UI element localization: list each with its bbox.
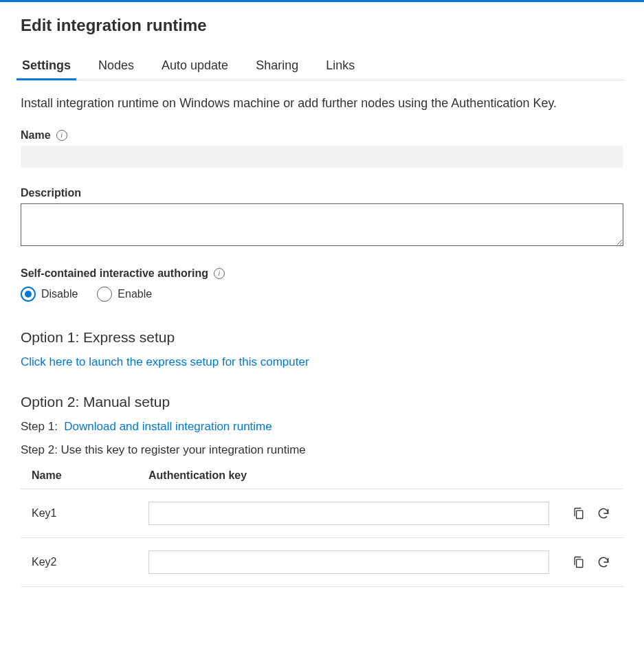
radio-enable[interactable]: Enable bbox=[97, 287, 152, 302]
option-2-heading: Option 2: Manual setup bbox=[21, 394, 623, 410]
step-1-label: Step 1: bbox=[21, 420, 58, 433]
copy-icon[interactable] bbox=[570, 504, 588, 522]
edit-integration-runtime-panel: Edit integration runtime Settings Nodes … bbox=[0, 0, 644, 632]
radio-circle-selected-icon bbox=[21, 287, 36, 302]
authoring-radio-group: Disable Enable bbox=[21, 287, 623, 302]
tab-settings[interactable]: Settings bbox=[21, 54, 72, 80]
name-label: Name bbox=[21, 129, 51, 142]
info-icon[interactable]: i bbox=[214, 268, 225, 279]
name-input[interactable] bbox=[21, 146, 623, 168]
tab-strip: Settings Nodes Auto update Sharing Links bbox=[21, 54, 623, 80]
copy-icon[interactable] bbox=[570, 553, 588, 571]
radio-circle-unselected-icon bbox=[97, 287, 112, 302]
authoring-label-row: Self-contained interactive authoring i bbox=[21, 267, 623, 280]
table-row: Key2 bbox=[21, 538, 623, 587]
svg-rect-0 bbox=[576, 510, 582, 518]
key-name-cell: Key2 bbox=[21, 538, 137, 587]
auth-key-input[interactable] bbox=[148, 502, 549, 525]
info-icon[interactable]: i bbox=[56, 130, 67, 141]
express-setup-link[interactable]: Click here to launch the express setup f… bbox=[21, 355, 309, 368]
step-1-line: Step 1: Download and install integration… bbox=[21, 420, 623, 434]
col-header-auth-key: Authentication key bbox=[137, 467, 555, 489]
name-label-row: Name i bbox=[21, 129, 623, 142]
auth-key-input[interactable] bbox=[148, 550, 549, 574]
tab-nodes[interactable]: Nodes bbox=[97, 54, 135, 80]
authoring-label: Self-contained interactive authoring bbox=[21, 267, 208, 280]
col-header-actions bbox=[555, 467, 623, 489]
col-header-name: Name bbox=[21, 467, 137, 489]
refresh-icon[interactable] bbox=[595, 504, 612, 522]
option-1-heading: Option 1: Express setup bbox=[21, 329, 623, 346]
step-2-line: Step 2: Use this key to register your in… bbox=[21, 443, 623, 457]
key-name-cell: Key1 bbox=[21, 489, 137, 538]
radio-disable-label: Disable bbox=[41, 288, 78, 300]
radio-enable-label: Enable bbox=[118, 288, 152, 300]
option-1-section: Option 1: Express setup Click here to la… bbox=[21, 329, 623, 369]
table-row: Key1 bbox=[21, 489, 623, 538]
tab-auto-update[interactable]: Auto update bbox=[160, 54, 230, 80]
radio-disable[interactable]: Disable bbox=[21, 287, 78, 302]
description-input[interactable] bbox=[21, 203, 623, 246]
description-label: Description bbox=[21, 187, 81, 199]
option-2-section: Option 2: Manual setup Step 1: Download … bbox=[21, 394, 623, 587]
description-label-row: Description bbox=[21, 187, 623, 199]
intro-text: Install integration runtime on Windows m… bbox=[21, 94, 584, 113]
download-install-link[interactable]: Download and install integration runtime bbox=[64, 420, 271, 433]
auth-keys-table: Name Authentication key Key1 bbox=[21, 467, 623, 587]
svg-rect-1 bbox=[576, 559, 582, 567]
refresh-icon[interactable] bbox=[595, 553, 612, 571]
tab-sharing[interactable]: Sharing bbox=[254, 54, 300, 80]
page-title: Edit integration runtime bbox=[21, 16, 623, 35]
tab-links[interactable]: Links bbox=[324, 54, 356, 80]
